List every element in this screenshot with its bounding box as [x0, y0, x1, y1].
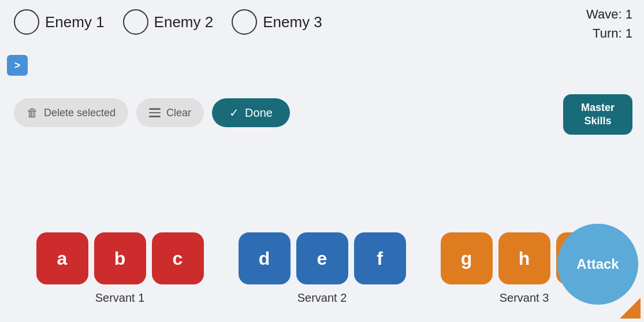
corner-arrow-decoration	[620, 298, 641, 319]
enemy-2-label: Enemy 2	[154, 13, 214, 31]
toolbar: 🗑 Delete selected Clear ✓ Done	[14, 98, 290, 127]
servant-group-1: a b c Servant 1	[36, 232, 204, 305]
servant-2-card-e[interactable]: e	[296, 232, 348, 284]
servant-2-card-f[interactable]: f	[354, 232, 406, 284]
arrow-icon: >	[14, 60, 21, 72]
enemy-item-2[interactable]: Enemy 2	[123, 9, 214, 35]
servant-group-2: d e f Servant 2	[239, 232, 406, 305]
done-button[interactable]: ✓ Done	[212, 98, 290, 127]
trash-icon: 🗑	[27, 106, 38, 120]
servant-1-card-a[interactable]: a	[36, 232, 88, 284]
enemy-1-label: Enemy 1	[45, 13, 105, 31]
servant-1-card-b[interactable]: b	[94, 232, 146, 284]
servant-1-card-c[interactable]: c	[152, 232, 204, 284]
enemy-item-1[interactable]: Enemy 1	[14, 9, 105, 35]
master-skills-button[interactable]: MasterSkills	[563, 94, 632, 135]
enemy-row: Enemy 1 Enemy 2 Enemy 3	[0, 0, 644, 35]
wave-info: Wave: 1 Turn: 1	[586, 5, 632, 43]
expand-arrow-button[interactable]: >	[7, 55, 28, 76]
clear-label: Clear	[166, 107, 191, 119]
servant-2-cards: d e f	[239, 232, 406, 284]
enemy-2-circle[interactable]	[123, 9, 148, 35]
done-label: Done	[245, 106, 273, 120]
enemy-3-label: Enemy 3	[263, 13, 322, 31]
servant-2-label: Servant 2	[297, 291, 347, 305]
attack-button[interactable]: Attack	[557, 224, 638, 305]
servant-1-label: Servant 1	[95, 291, 145, 305]
servant-3-card-h[interactable]: h	[498, 232, 550, 284]
servant-2-card-d[interactable]: d	[239, 232, 291, 284]
servant-3-label: Servant 3	[500, 291, 549, 305]
master-skills-label: MasterSkills	[581, 101, 615, 128]
wave-label: Wave: 1	[586, 5, 632, 24]
enemy-item-3[interactable]: Enemy 3	[232, 9, 322, 35]
enemy-1-circle[interactable]	[14, 9, 39, 35]
clear-button[interactable]: Clear	[136, 98, 204, 127]
turn-label: Turn: 1	[586, 24, 632, 43]
enemy-3-circle[interactable]	[232, 9, 257, 35]
servant-3-card-g[interactable]: g	[441, 232, 493, 284]
servant-1-cards: a b c	[36, 232, 204, 284]
check-icon: ✓	[229, 106, 239, 120]
lines-icon	[149, 108, 161, 117]
attack-label: Attack	[576, 256, 619, 272]
delete-label: Delete selected	[44, 107, 116, 119]
delete-selected-button[interactable]: 🗑 Delete selected	[14, 98, 128, 127]
servants-area: a b c Servant 1 d e f Servant 2	[0, 232, 644, 305]
